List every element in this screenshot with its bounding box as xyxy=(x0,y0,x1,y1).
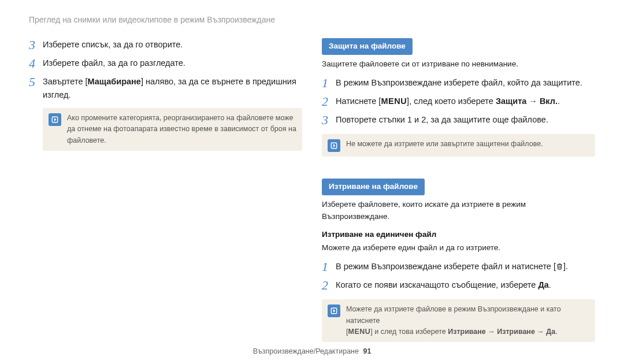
text-post: . xyxy=(558,96,560,106)
step-4: 4 Изберете файл, за да го разгледате. xyxy=(29,57,302,70)
section-title-protect: Защита на файлове xyxy=(322,38,413,55)
right-column: Защита на файлове Защитете файловете си … xyxy=(322,38,595,343)
step-text: Натиснете [MENU], след което изберете За… xyxy=(336,95,560,109)
two-column-layout: 3 Изберете списък, за да го отворите. 4 … xyxy=(29,38,595,343)
info-note-protect: Не можете да изтриете или завъртите защи… xyxy=(322,134,595,157)
text-mid: ] и след това изберете xyxy=(370,328,448,336)
text-bold: Да xyxy=(538,280,548,289)
step-5: 5 Завъртете [Мащабиране] наляво, за да с… xyxy=(29,75,302,101)
step-number: 2 xyxy=(322,95,336,109)
page-number: 91 xyxy=(363,347,371,355)
trash-icon xyxy=(556,261,563,274)
step-number: 4 xyxy=(29,57,43,70)
text-pre: В режим Възпроизвеждане изберете файл и … xyxy=(336,262,556,271)
text-post: ]. xyxy=(563,262,568,271)
text-post: . xyxy=(549,280,551,289)
text-bold: Изтриване → Изтриване → Да xyxy=(448,328,555,336)
left-column: 3 Изберете списък, за да го отворите. 4 … xyxy=(29,38,302,343)
menu-icon: MENU xyxy=(348,328,370,336)
page: Преглед на снимки или видеоклипове в реж… xyxy=(0,0,624,364)
text-post: . xyxy=(555,328,557,336)
info-note-delete: Можете да изтриете файлове в режим Възпр… xyxy=(322,299,595,342)
info-icon xyxy=(328,304,340,317)
step-text: В режим Възпроизвеждане изберете файл и … xyxy=(336,260,568,274)
section-intro: Изберете файловете, които искате да изтр… xyxy=(322,199,595,223)
step-number: 3 xyxy=(29,38,43,52)
footer-text: Възпроизвеждане/Редактиране xyxy=(253,347,359,355)
step-number: 1 xyxy=(322,76,336,90)
protect-step-2: 2 Натиснете [MENU], след което изберете … xyxy=(322,95,595,109)
step-text: Завъртете [Мащабиране] наляво, за да се … xyxy=(43,75,302,101)
subtext: Можете да изберете един файл и да го изт… xyxy=(322,242,595,254)
step-text: В режим Възпроизвеждане изберете файл, к… xyxy=(336,76,582,90)
note-line-1: Можете да изтриете файлове в режим Възпр… xyxy=(346,305,561,324)
step-number: 3 xyxy=(322,113,336,127)
step-text: Изберете файл, за да го разгледате. xyxy=(43,57,185,70)
menu-icon: MENU xyxy=(381,96,407,106)
section-intro: Защитете файловете си от изтриване по не… xyxy=(322,58,595,70)
info-icon xyxy=(49,113,61,126)
step-text: Повторете стъпки 1 и 2, за да защитите о… xyxy=(336,113,548,127)
step-number: 5 xyxy=(29,75,43,101)
subheading-delete-single: Изтриване на единичен файл xyxy=(322,229,595,241)
note-text: Можете да изтриете файлове в режим Възпр… xyxy=(346,304,589,337)
step-3: 3 Изберете списък, за да го отворите. xyxy=(29,38,302,52)
info-icon xyxy=(328,139,340,152)
protect-step-1: 1 В режим Възпроизвеждане изберете файл,… xyxy=(322,76,595,90)
breadcrumb: Преглед на снимки или видеоклипове в реж… xyxy=(29,14,595,27)
info-note: Ако промените категорията, реорганизиран… xyxy=(43,108,302,151)
section-title-delete: Изтриване на файлове xyxy=(322,179,425,195)
spacer xyxy=(322,157,595,179)
delete-step-1: 1 В режим Възпроизвеждане изберете файл … xyxy=(322,260,595,274)
step-text: Изберете списък, за да го отворите. xyxy=(43,38,183,52)
step-number: 2 xyxy=(322,278,336,292)
step-text: Когато се появи изскачащото съобщение, и… xyxy=(336,278,551,292)
delete-step-2: 2 Когато се появи изскачащото съобщение,… xyxy=(322,278,595,292)
text-pre: Когато се появи изскачащото съобщение, и… xyxy=(336,280,538,289)
text-bold: Защита → Вкл. xyxy=(496,96,558,106)
step-number: 1 xyxy=(322,260,336,274)
protect-step-3: 3 Повторете стъпки 1 и 2, за да защитите… xyxy=(322,113,595,127)
page-footer: Възпроизвеждане/Редактиране 91 xyxy=(0,346,624,357)
note-text: Не можете да изтриете или завъртите защи… xyxy=(346,139,543,150)
text-bold: Мащабиране xyxy=(88,77,141,86)
text-pre: Натиснете [ xyxy=(336,96,381,106)
note-text: Ако промените категорията, реорганизиран… xyxy=(67,113,296,146)
text-pre: Завъртете [ xyxy=(43,77,88,86)
text-mid: ], след което изберете xyxy=(407,96,496,106)
